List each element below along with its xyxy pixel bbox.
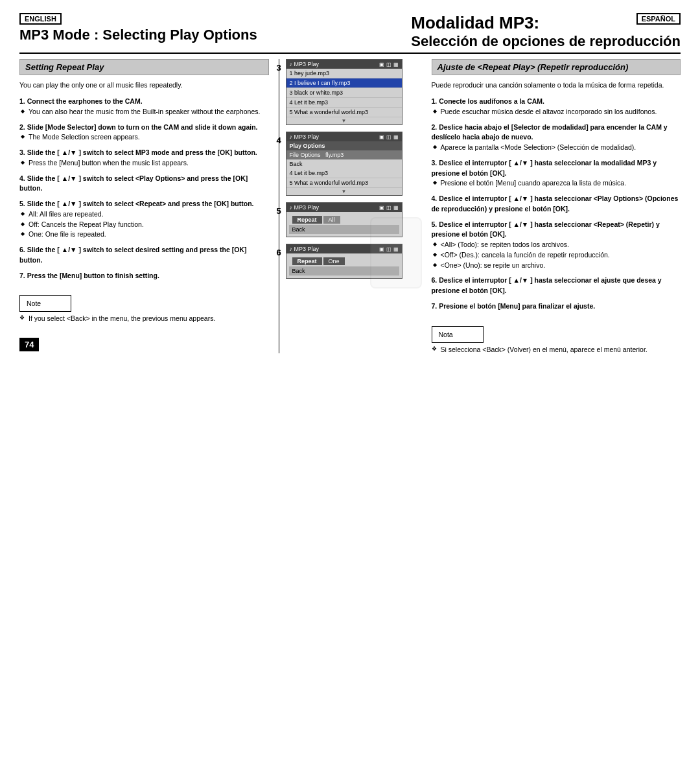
device-screen-3: ♪ MP3 Play ▣◫▦ 1 hey jude.mp3 2 I believ…: [286, 59, 402, 125]
step-es-2: 2. Deslice hacia abajo el [Selector de m…: [432, 123, 681, 153]
step-es-4: 4. Deslice el interruptor [ ▲/▼ ] hasta …: [432, 194, 681, 215]
english-header-left: ENGLISH MP3 Mode : Selecting Play Option…: [19, 13, 257, 43]
device-num-5: 5: [277, 206, 281, 216]
step-es-1: 1. Conecte los audífonos a la CAM. Puede…: [432, 97, 681, 117]
english-column: Setting Repeat Play You can play the onl…: [19, 59, 279, 353]
scroll-arrow: ▼: [286, 188, 402, 195]
device-title-5: ♪ MP3 Play: [290, 204, 320, 211]
title-es: Selección de opciones de reproducción: [411, 33, 681, 50]
english-intro: You can play the only one or all music f…: [19, 80, 269, 90]
step-en-6: 6. Slide the [ ▲/▼ ] switch to select de…: [19, 245, 269, 266]
header-divider: [19, 53, 681, 54]
step-en-5: 5. Slide the [ ▲/▼ ] switch to select <R…: [19, 199, 269, 240]
step-es-3: 3. Deslice el interruptor [ ▲/▼ ] hasta …: [432, 158, 681, 189]
spanish-intro: Puede reproducir una canción solamente o…: [432, 80, 681, 90]
list-item: 3 black or white.mp3: [286, 88, 402, 98]
step-es-5: 5. Deslice el interruptor [ ▲/▼ ] hasta …: [432, 220, 681, 271]
step-es-6: 6. Deslice el interruptor [ ▲/▼ ] hasta …: [432, 276, 681, 296]
repeat-label-6: Repeat: [292, 257, 322, 265]
repeat-label-5: Repeat: [292, 216, 322, 224]
menu-item: Play Options: [286, 141, 402, 150]
list-item: 1 hey jude.mp3: [286, 69, 402, 78]
note-section-es: Nota Si selecciona <Back> (Volver) en el…: [432, 320, 681, 353]
device-icons-3: ▣◫▦: [379, 62, 399, 67]
step-en-4: 4. Slide the [ ▲/▼ ] switch to select <P…: [19, 174, 269, 194]
lang-badge-en: ENGLISH: [19, 13, 62, 25]
device-screen-4: ♪ MP3 Play ▣◫▦ Play Options File Options…: [286, 132, 402, 196]
watermark-ghost: [370, 217, 422, 288]
menu-item: File Options fly.mp3: [286, 150, 402, 159]
device-title-3: ♪ MP3 Play: [290, 61, 320, 67]
list-item: 5 What a wonderful world.mp3: [286, 108, 402, 117]
device-menu-4: Play Options File Options fly.mp3 Back 4…: [286, 141, 402, 195]
device-icons-5: ▣◫▦: [379, 205, 399, 211]
note-box-en: Note: [19, 295, 71, 312]
device-header-3: ♪ MP3 Play ▣◫▦: [286, 60, 402, 69]
note-content-es: Si selecciona <Back> (Volver) en el menú…: [432, 346, 681, 353]
spanish-header-right: Modalidad MP3: ESPAÑOL Selección de opci…: [391, 13, 681, 50]
step-en-2: 2. Slide [Mode Selector] down to turn on…: [19, 123, 269, 143]
spanish-subsection-header: Ajuste de <Repeat Play> (Repetir reprodu…: [432, 59, 681, 75]
device-num-3: 3: [277, 63, 281, 73]
list-item: 5 What a wonderful world.mp3: [286, 178, 402, 188]
repeat-value-5: All: [323, 216, 340, 224]
devices-column: 3 ♪ MP3 Play ▣◫▦ 1 hey jude.mp3 2 I beli…: [279, 59, 422, 353]
step-es-7: 7. Presione el botón [Menu] para finaliz…: [432, 301, 681, 312]
lang-badge-es: ESPAÑOL: [636, 13, 681, 25]
device-4: 4 ♪ MP3 Play ▣◫▦ Play Options File Optio…: [286, 132, 415, 196]
step-en-3: 3. Slide the [ ▲/▼ ] switch to select MP…: [19, 148, 269, 169]
page-header: ENGLISH MP3 Mode : Selecting Play Option…: [19, 13, 681, 50]
device-num-4: 4: [277, 135, 281, 145]
note-content-en: If you select <Back> in the menu, the pr…: [19, 314, 269, 322]
step-en-1: 1. Connect the earphones to the CAM. You…: [19, 97, 269, 117]
device-icons-4: ▣◫▦: [379, 134, 399, 140]
main-content: Setting Repeat Play You can play the onl…: [19, 59, 681, 353]
device-header-4: ♪ MP3 Play ▣◫▦: [286, 132, 402, 141]
step-en-7: 7. Press the [Menu] button to finish set…: [19, 271, 269, 281]
modalidad-title: Modalidad MP3:: [411, 13, 539, 33]
spanish-column: Ajuste de <Repeat Play> (Repetir reprodu…: [422, 59, 681, 353]
list-item: 2 I believe I can fly.mp3: [286, 78, 402, 88]
page-number-area: 74: [19, 331, 269, 351]
list-item: 4 Let it be.mp3: [286, 98, 402, 108]
device-title-4: ♪ MP3 Play: [290, 134, 320, 140]
title-en: MP3 Mode : Selecting Play Options: [19, 27, 257, 43]
device-3: 3 ♪ MP3 Play ▣◫▦ 1 hey jude.mp3 2 I beli…: [286, 59, 415, 125]
device-num-6: 6: [277, 248, 281, 257]
spanish-steps: 1. Conecte los audífonos a la CAM. Puede…: [432, 97, 681, 312]
menu-item: Back: [286, 159, 402, 169]
device-list-3: 1 hey jude.mp3 2 I believe I can fly.mp3…: [286, 69, 402, 124]
scroll-arrow: ▼: [286, 117, 402, 124]
repeat-value-6: One: [323, 257, 345, 265]
english-subsection-header: Setting Repeat Play: [19, 59, 269, 75]
device-header-5: ♪ MP3 Play ▣◫▦: [286, 203, 402, 212]
note-section-en: Note If you select <Back> in the menu, t…: [19, 288, 269, 322]
note-box-es: Nota: [432, 326, 484, 343]
list-item: 4 Let it be.mp3: [286, 169, 402, 178]
english-steps: 1. Connect the earphones to the CAM. You…: [19, 97, 269, 281]
device-title-6: ♪ MP3 Play: [290, 246, 320, 252]
page-number: 74: [19, 338, 39, 351]
